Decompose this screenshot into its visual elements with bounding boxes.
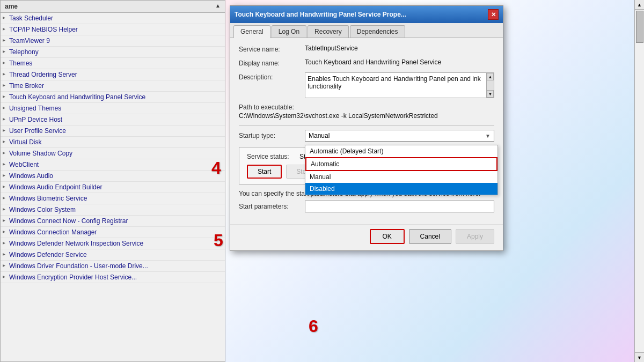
dialog-title: Touch Keyboard and Handwriting Panel Ser… [235,11,488,18]
service-properties-dialog: Touch Keyboard and Handwriting Panel Ser… [230,5,503,251]
dialog-footer: OK Cancel Apply [230,224,503,250]
service-list-item[interactable]: TCP/IP NetBIOS Helper [1,24,225,35]
dropdown-item-manual[interactable]: Manual [305,171,497,183]
service-list-item[interactable]: Telephony [1,47,225,58]
service-status-label: Service status: [247,153,295,160]
services-list: Task SchedulerTCP/IP NetBIOS HelperTeamV… [1,13,225,361]
ok-button[interactable]: OK [370,229,405,244]
desc-scroll-down[interactable]: ▼ [487,90,494,98]
dropdown-item-automatic-delayed[interactable]: Automatic (Delayed Start) [305,145,497,157]
description-text: Enables Touch Keyboard and Handwriting P… [308,75,492,90]
path-value: C:\Windows\System32\svchost.exe -k Local… [239,112,494,120]
service-list-item[interactable]: Unsigned Themes [1,103,225,114]
display-name-value: Touch Keyboard and Handwriting Panel Ser… [305,58,494,66]
service-list-item[interactable]: TeamViewer 9 [1,35,225,47]
service-name-label: Service name: [239,45,301,53]
startup-type-select[interactable]: Manual ▼ [305,130,494,142]
apply-button[interactable]: Apply [456,229,494,244]
path-section: Path to executable: C:\Windows\System32\… [239,104,494,120]
startup-type-current-value: Manual [309,132,330,139]
startup-type-dropdown-menu: Automatic (Delayed Start) Automatic Manu… [305,145,498,195]
dialog-overlay: Touch Keyboard and Handwriting Panel Ser… [224,0,644,362]
divider-1 [239,125,494,125]
startup-type-dropdown-arrow: ▼ [485,133,491,139]
service-list-item[interactable]: UPnP Device Host [1,114,225,125]
dialog-tabs: General Log On Recovery Dependencies [230,23,503,38]
service-list-item[interactable]: Windows Audio Endpoint Builder [1,182,225,193]
service-list-item[interactable]: Themes [1,58,225,69]
cancel-button[interactable]: Cancel [409,229,451,244]
startup-type-label: Startup type: [239,132,301,139]
service-list-item[interactable]: Windows Defender Network Inspection Serv… [1,238,225,249]
path-label: Path to executable: [239,104,494,111]
tab-dependencies[interactable]: Dependencies [350,25,405,38]
description-scrollbar[interactable]: ▲ ▼ [486,73,494,98]
service-list-item[interactable]: Touch Keyboard and Handwriting Panel Ser… [1,92,225,103]
description-label: Description: [239,72,301,81]
start-service-button[interactable]: Start [247,165,282,179]
service-list-item[interactable]: User Profile Service [1,125,225,137]
description-row: Description: Enables Touch Keyboard and … [239,72,494,98]
dialog-close-button[interactable]: ✕ [488,9,499,20]
dropdown-item-automatic[interactable]: Automatic [305,157,497,171]
step-5-annotation: 5 [214,231,223,250]
step-4-annotation: 4 [211,158,221,178]
service-list-item[interactable]: WebClient [1,159,225,171]
service-list-item[interactable]: Windows Biometric Service [1,193,225,204]
step-6-annotation: 6 [309,316,318,336]
services-header-label: ame [5,3,18,10]
tab-logon[interactable]: Log On [272,25,306,38]
service-list-item[interactable]: Windows Defender Service [1,249,225,261]
services-panel: ame ▲ Task SchedulerTCP/IP NetBIOS Helpe… [0,0,225,362]
start-params-label: Start parameters: [239,203,301,210]
dialog-titlebar: Touch Keyboard and Handwriting Panel Ser… [230,6,503,23]
tab-recovery[interactable]: Recovery [308,25,349,38]
service-list-item[interactable]: Volume Shadow Copy [1,148,225,159]
desc-scroll-up[interactable]: ▲ [487,73,494,80]
dialog-content: Service name: TabletInputService Display… [230,38,503,224]
service-list-item[interactable]: Thread Ordering Server [1,69,225,80]
service-list-item[interactable]: Windows Connect Now - Config Registrar [1,216,225,227]
service-name-row: Service name: TabletInputService [239,45,494,53]
tab-general[interactable]: General [233,25,270,38]
display-name-row: Display name: Touch Keyboard and Handwri… [239,58,494,67]
dropdown-item-disabled[interactable]: Disabled [305,183,497,195]
services-header: ame ▲ [1,1,225,13]
service-list-item[interactable]: Time Broker [1,80,225,92]
startup-type-row: Startup type: Manual ▼ Automatic (Delaye… [239,130,494,142]
service-list-item[interactable]: Windows Audio [1,171,225,182]
start-params-row: Start parameters: [239,201,494,212]
service-list-item[interactable]: Windows Driver Foundation - User-mode Dr… [1,261,225,272]
service-list-item[interactable]: Windows Color System [1,204,225,216]
service-list-item[interactable]: Windows Encryption Provider Host Service… [1,272,225,283]
display-name-label: Display name: [239,58,301,67]
service-list-item[interactable]: Task Scheduler [1,13,225,24]
description-box: Enables Touch Keyboard and Handwriting P… [305,72,494,98]
sort-arrow-icon: ▲ [215,3,221,9]
service-list-item[interactable]: Windows Connection Manager [1,227,225,238]
start-params-input[interactable] [305,201,494,212]
service-list-item[interactable]: Virtual Disk [1,137,225,148]
service-name-value: TabletInputService [305,45,494,52]
